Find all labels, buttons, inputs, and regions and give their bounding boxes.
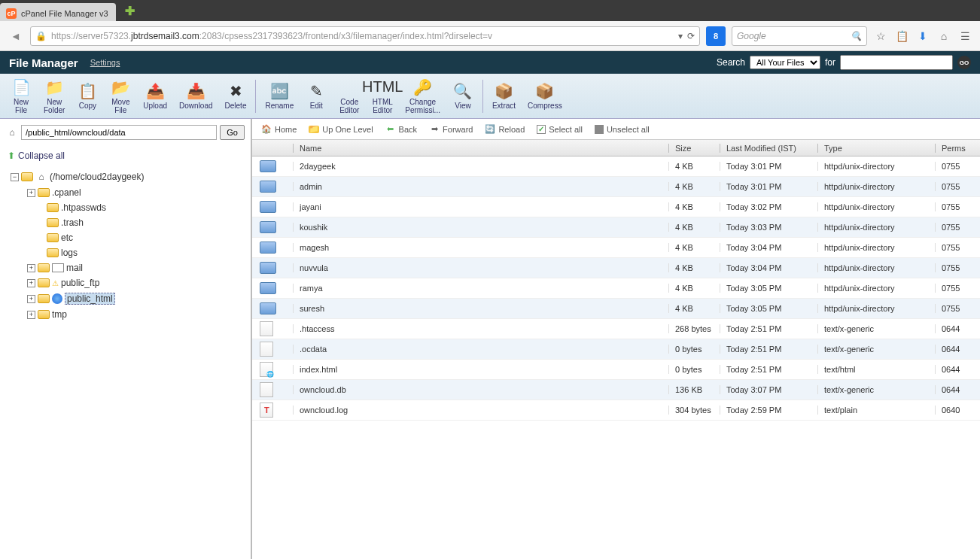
toolbar-rename[interactable]: 🔤Rename (259, 79, 300, 113)
url-bar[interactable]: 🔒 https://server57323.jbtrdsemail3.com:2… (30, 26, 700, 46)
toolbar-copy[interactable]: 📋Copy (71, 79, 104, 113)
table-header: Name Size Last Modified (IST) Type Perms (252, 140, 980, 156)
table-row[interactable]: magesh4 KBToday 3:04 PMhttpd/unix-direct… (252, 238, 980, 258)
col-perms[interactable]: Perms (935, 144, 980, 153)
folder-icon (260, 242, 276, 254)
tree-item-public_html[interactable]: +public_html (11, 290, 248, 307)
tree-item-trash[interactable]: .trash (11, 215, 248, 230)
cell-type: text/html (817, 365, 935, 374)
nav-unselect-all[interactable]: Unselect all (590, 123, 654, 135)
search-go-button[interactable]: GO (957, 56, 971, 69)
toolbar-move-file[interactable]: 📂MoveFile (104, 75, 137, 117)
expander-icon[interactable]: + (27, 295, 35, 303)
col-name[interactable]: Name (293, 144, 668, 153)
toolbar-edit[interactable]: ✎Edit (300, 79, 333, 113)
toolbar-compress[interactable]: 📦Compress (522, 79, 568, 113)
cell-perms: 0755 (935, 182, 980, 191)
table-row[interactable]: .ocdata0 bytesToday 2:51 PMtext/x-generi… (252, 339, 980, 360)
toolbar-delete[interactable]: ✖Delete (219, 79, 253, 113)
nav-select-all[interactable]: ✓Select all (532, 123, 587, 135)
clipboard-icon[interactable]: 📋 (894, 29, 909, 44)
cell-type: httpd/unix-directory (817, 182, 935, 191)
tree-item-etc[interactable]: etc (11, 230, 248, 245)
path-input[interactable] (21, 125, 217, 140)
toolbar-change-permissi-[interactable]: 🔑ChangePermissi... (399, 75, 446, 117)
table-row[interactable]: ramya4 KBToday 3:05 PMhttpd/unix-directo… (252, 278, 980, 299)
cpanel-icon: cP (6, 8, 17, 19)
tree-item-mail[interactable]: +mail (11, 260, 248, 275)
table-row[interactable]: nuvvula4 KBToday 3:04 PMhttpd/unix-direc… (252, 258, 980, 278)
expander-icon[interactable]: + (27, 264, 35, 272)
expander-icon[interactable]: − (11, 173, 19, 181)
tree-root[interactable]: − ⌂ (/home/cloud2daygeek) (11, 169, 248, 185)
table-row[interactable]: index.html0 bytesToday 2:51 PMtext/html0… (252, 360, 980, 380)
cell-size: 0 bytes (668, 365, 720, 374)
expander-icon[interactable]: + (27, 311, 35, 319)
go-button[interactable]: Go (220, 125, 245, 140)
table-row[interactable]: .htaccess268 bytesToday 2:51 PMtext/x-ge… (252, 319, 980, 339)
new-tab-icon[interactable]: ✚ (125, 4, 135, 18)
cell-perms: 0644 (935, 385, 980, 394)
nav-up-one-level[interactable]: 📁Up One Level (304, 123, 377, 135)
home-icon[interactable]: ⌂ (936, 29, 951, 44)
nav-home[interactable]: 🏠Home (257, 123, 301, 136)
toolbar-download[interactable]: 📥Download (173, 79, 218, 113)
toolbar-code-editor[interactable]: CodeEditor (333, 75, 366, 117)
cell-size: 268 bytes (668, 324, 720, 333)
col-size[interactable]: Size (668, 144, 720, 153)
dropdown-icon[interactable]: ▾ (678, 31, 683, 41)
tree-item-tmp[interactable]: +tmp (11, 307, 248, 322)
tab-title: cPanel File Manager v3 (21, 9, 108, 18)
reload-icon[interactable]: ⟳ (687, 31, 695, 41)
nav-reload[interactable]: 🔄Reload (480, 123, 529, 136)
search-input[interactable] (840, 55, 953, 70)
tree-item-htpasswds[interactable]: .htpasswds (11, 200, 248, 215)
table-row[interactable]: admin4 KBToday 3:01 PMhttpd/unix-directo… (252, 177, 980, 197)
col-type[interactable]: Type (817, 144, 935, 153)
toolbar-view[interactable]: 🔍View (446, 79, 479, 113)
back-icon[interactable]: ◄ (8, 28, 24, 44)
tree-item-logs[interactable]: logs (11, 245, 248, 260)
tree-item-public_ftp[interactable]: +⚠public_ftp (11, 275, 248, 290)
expander-icon[interactable]: + (27, 189, 35, 197)
table-row[interactable]: koushik4 KBToday 3:03 PMhttpd/unix-direc… (252, 217, 980, 238)
collapse-all-link[interactable]: ⬆ Collapse all (0, 146, 251, 166)
toolbar-extract[interactable]: 📦Extract (486, 79, 522, 113)
folder-icon (38, 188, 50, 197)
toolbar-icon: ✎ (307, 82, 325, 100)
menu-icon[interactable]: ☰ (957, 29, 972, 44)
browser-search[interactable]: Google 🔍 (732, 26, 867, 46)
cell-perms: 0644 (935, 345, 980, 354)
search-engine-icon[interactable]: 8 (706, 26, 726, 46)
tree-label: mail (66, 263, 83, 273)
search-scope-select[interactable]: All Your Files (750, 56, 820, 69)
tree-item-cpanel[interactable]: +.cpanel (11, 185, 248, 200)
table-row[interactable]: owncloud.db136 KBToday 3:07 PMtext/x-gen… (252, 380, 980, 400)
cell-size: 4 KB (668, 284, 720, 293)
tree-view: − ⌂ (/home/cloud2daygeek) +.cpanel.htpas… (0, 166, 251, 325)
nav-forward[interactable]: ➡Forward (425, 123, 477, 136)
nav-back[interactable]: ⬅Back (381, 123, 422, 136)
star-icon[interactable]: ☆ (873, 29, 888, 44)
download-icon[interactable]: ⬇ (915, 29, 930, 44)
toolbar-new-file[interactable]: 📄NewFile (5, 75, 38, 117)
settings-link[interactable]: Settings (90, 58, 120, 67)
expander-icon[interactable]: + (27, 279, 35, 287)
folder-icon (38, 310, 50, 319)
table-row[interactable]: owncloud.log304 bytesToday 2:59 PMtext/p… (252, 400, 980, 421)
folder-icon (260, 262, 276, 274)
toolbar-html-editor[interactable]: HTMLHTMLEditor (366, 75, 399, 117)
browser-tab[interactable]: cP cPanel File Manager v3 (0, 3, 116, 21)
table-row[interactable]: jayani4 KBToday 3:02 PMhttpd/unix-direct… (252, 197, 980, 217)
folder-icon (47, 218, 59, 227)
table-row[interactable]: 2daygeek4 KBToday 3:01 PMhttpd/unix-dire… (252, 156, 980, 177)
col-modified[interactable]: Last Modified (IST) (720, 144, 817, 153)
home-icon[interactable]: ⌂ (6, 126, 18, 138)
cell-modified: Today 3:04 PM (720, 243, 817, 252)
toolbar-new-folder[interactable]: 📁NewFolder (38, 75, 71, 117)
search-icon: 🔍 (851, 31, 862, 41)
folder-icon (38, 278, 50, 287)
toolbar-upload[interactable]: 📤Upload (137, 79, 173, 113)
table-row[interactable]: suresh4 KBToday 3:05 PMhttpd/unix-direct… (252, 299, 980, 319)
left-panel: ⌂ Go ⬆ Collapse all − ⌂ (/home/cloud2day… (0, 119, 252, 559)
